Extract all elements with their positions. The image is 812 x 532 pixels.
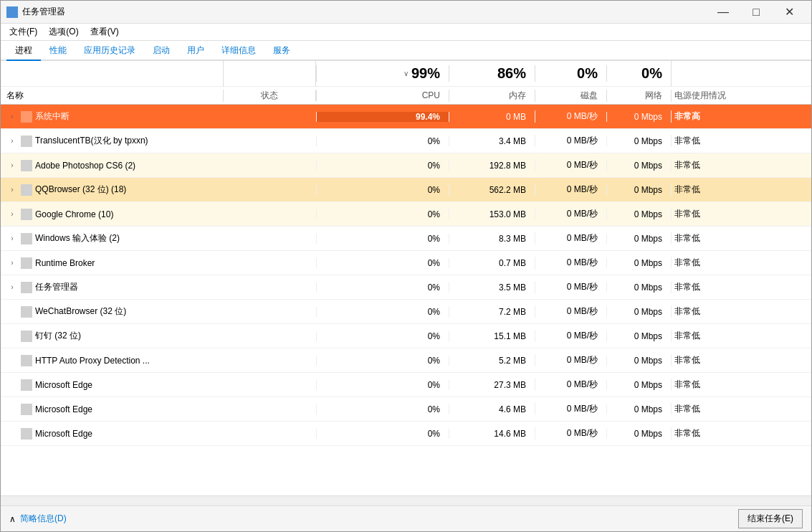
process-network: 0 Mbps	[606, 234, 671, 244]
header-cpu-label[interactable]: CPU	[316, 90, 449, 100]
tab-performance[interactable]: 性能	[41, 42, 75, 61]
process-network: 0 Mbps	[606, 258, 671, 268]
table-row[interactable]: Microsoft Edge0%4.6 MB0 MB/秒0 Mbps非常低	[1, 397, 811, 422]
app-icon	[6, 6, 18, 18]
table-row[interactable]: ›Google Chrome (10)0%153.0 MB0 MB/秒0 Mbp…	[1, 202, 811, 227]
process-memory: 15.1 MB	[449, 331, 535, 341]
process-icon	[21, 257, 32, 269]
process-power: 非常低	[671, 427, 811, 440]
process-cpu: 0%	[316, 185, 449, 195]
header-cpu-pct[interactable]: ∨ 99%	[316, 65, 449, 82]
table-row[interactable]: ›QQBrowser (32 位) (18)0%562.2 MB0 MB/秒0 …	[1, 178, 811, 202]
process-network: 0 Mbps	[606, 209, 671, 219]
process-name: Windows 输入体验 (2)	[35, 232, 120, 244]
header-power-label[interactable]: 电源使用情况	[671, 90, 811, 102]
table-row[interactable]: ›系统中断99.4%0 MB0 MB/秒0 Mbps非常高	[1, 105, 811, 129]
process-disk: 0 MB/秒	[535, 257, 606, 269]
header-mem-pct[interactable]: 86%	[449, 65, 535, 82]
end-task-button[interactable]: 结束任务(E)	[738, 509, 803, 528]
collapse-arrow-icon[interactable]: ∧	[9, 514, 16, 524]
process-power: 非常低	[671, 403, 811, 415]
process-icon	[21, 233, 32, 244]
table-row[interactable]: WeChatBrowser (32 位)0%7.2 MB0 MB/秒0 Mbps…	[1, 300, 811, 324]
process-memory: 7.2 MB	[449, 307, 535, 317]
tab-services[interactable]: 服务	[264, 42, 299, 61]
process-disk: 0 MB/秒	[535, 159, 606, 171]
process-name: Runtime Broker	[35, 258, 95, 268]
process-disk: 0 MB/秒	[535, 232, 606, 244]
process-disk: 0 MB/秒	[535, 427, 606, 440]
process-name: 系统中断	[35, 110, 70, 123]
process-memory: 562.2 MB	[449, 185, 535, 195]
header-power-spacer	[671, 61, 811, 87]
process-cpu: 99.4%	[316, 112, 449, 122]
table-row[interactable]: ›任务管理器0%3.5 MB0 MB/秒0 Mbps非常低	[1, 275, 811, 300]
process-power: 非常低	[671, 281, 811, 293]
menubar: 文件(F) 选项(O) 查看(V)	[1, 24, 811, 41]
expand-button[interactable]: ›	[6, 111, 18, 123]
process-network: 0 Mbps	[606, 307, 671, 317]
process-name: HTTP Auto Proxy Detection ...	[35, 356, 150, 366]
menu-file[interactable]: 文件(F)	[4, 24, 43, 39]
expand-button[interactable]: ›	[6, 282, 18, 293]
disk-pct-value: 0%	[577, 65, 598, 82]
process-icon	[21, 306, 32, 318]
header-net-label[interactable]: 网络	[606, 90, 671, 102]
table-row[interactable]: ›TranslucentTB(汉化 by tpxxn)0%3.4 MB0 MB/…	[1, 129, 811, 153]
process-icon	[21, 209, 32, 220]
process-disk: 0 MB/秒	[535, 354, 606, 366]
table-row[interactable]: ›Runtime Broker0%0.7 MB0 MB/秒0 Mbps非常低	[1, 251, 811, 275]
header-disk-pct[interactable]: 0%	[535, 65, 606, 82]
process-icon	[21, 160, 32, 171]
expand-button[interactable]: ›	[6, 209, 18, 220]
header-disk-label[interactable]: 磁盘	[535, 90, 606, 102]
expand-button[interactable]: ›	[6, 257, 18, 269]
process-icon	[21, 282, 32, 293]
tab-details[interactable]: 详细信息	[213, 42, 264, 61]
header-name-label[interactable]: 名称	[1, 90, 223, 102]
tabbar: 进程 性能 应用历史记录 启动 用户 详细信息 服务	[1, 41, 811, 61]
process-disk: 0 MB/秒	[535, 330, 606, 342]
summary-label[interactable]: 简略信息(D)	[20, 513, 67, 525]
tab-users[interactable]: 用户	[178, 42, 213, 61]
expand-button[interactable]: ›	[6, 233, 18, 244]
tab-processes[interactable]: 进程	[6, 42, 41, 61]
process-memory: 3.5 MB	[449, 282, 535, 293]
process-disk: 0 MB/秒	[535, 281, 606, 293]
table-row[interactable]: ›Adobe Photoshop CS6 (2)0%192.8 MB0 MB/秒…	[1, 153, 811, 178]
horizontal-scrollbar[interactable]	[1, 495, 811, 505]
process-power: 非常低	[671, 184, 811, 196]
process-network: 0 Mbps	[606, 404, 671, 414]
header-mem-label[interactable]: 内存	[449, 90, 535, 102]
maximize-button[interactable]: □	[740, 1, 773, 24]
table-row[interactable]: Microsoft Edge0%14.6 MB0 MB/秒0 Mbps非常低	[1, 422, 811, 446]
table-row[interactable]: 钉钉 (32 位)0%15.1 MB0 MB/秒0 Mbps非常低	[1, 324, 811, 348]
process-power: 非常低	[671, 135, 811, 147]
process-cpu: 0%	[316, 209, 449, 219]
header-status-label[interactable]: 状态	[223, 90, 316, 102]
expand-button[interactable]: ›	[6, 184, 18, 196]
process-icon	[21, 428, 32, 440]
process-name: Microsoft Edge	[35, 380, 92, 390]
process-name: Microsoft Edge	[35, 404, 92, 414]
process-memory: 4.6 MB	[449, 404, 535, 414]
process-memory: 8.3 MB	[449, 234, 535, 244]
header-net-pct[interactable]: 0%	[606, 65, 671, 82]
minimize-button[interactable]: —	[707, 1, 740, 24]
tab-startup[interactable]: 启动	[144, 42, 178, 61]
table-row[interactable]: ›Windows 输入体验 (2)0%8.3 MB0 MB/秒0 Mbps非常低	[1, 227, 811, 251]
menu-options[interactable]: 选项(O)	[43, 24, 84, 39]
expand-button[interactable]: ›	[6, 136, 18, 147]
close-button[interactable]: ✕	[773, 1, 806, 24]
menu-view[interactable]: 查看(V)	[85, 24, 125, 39]
tab-app-history[interactable]: 应用历史记录	[75, 42, 144, 61]
process-power: 非常低	[671, 208, 811, 220]
svg-rect-1	[13, 7, 17, 11]
process-memory: 153.0 MB	[449, 209, 535, 219]
process-icon	[21, 136, 32, 147]
column-headers: ∨ 99% 86% 0% 0% 名称 状态 CPU	[1, 61, 811, 105]
expand-button[interactable]: ›	[6, 160, 18, 171]
table-row[interactable]: Microsoft Edge0%27.3 MB0 MB/秒0 Mbps非常低	[1, 373, 811, 397]
process-table[interactable]: ›系统中断99.4%0 MB0 MB/秒0 Mbps非常高›Translucen…	[1, 105, 811, 495]
table-row[interactable]: HTTP Auto Proxy Detection ...0%5.2 MB0 M…	[1, 348, 811, 373]
